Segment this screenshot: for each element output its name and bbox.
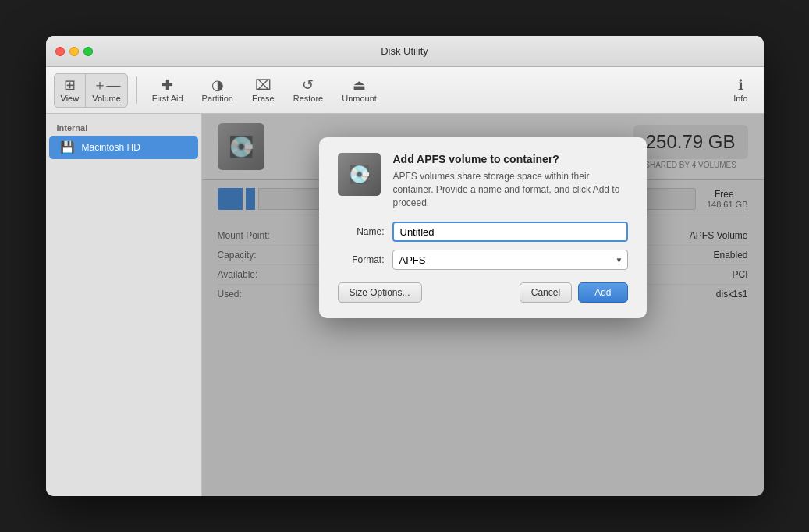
- restore-button[interactable]: ↺ Restore: [286, 74, 332, 107]
- minimize-button[interactable]: [69, 47, 79, 56]
- add-button[interactable]: Add: [578, 282, 627, 303]
- view-label: View: [61, 94, 80, 103]
- dialog-buttons: Size Options... Cancel Add: [338, 282, 628, 303]
- unmount-icon: ⏏: [353, 78, 366, 92]
- hard-drive-icon: 💾: [60, 140, 76, 155]
- titlebar: Disk Utility: [46, 36, 764, 67]
- info-icon: ℹ: [738, 78, 743, 92]
- name-input[interactable]: [392, 222, 628, 242]
- add-apfs-dialog: 💽 Add APFS volume to container? APFS vol…: [319, 137, 647, 318]
- body: Internal 💾 Macintosh HD 💽 250.79 GB SHAR…: [46, 114, 764, 496]
- dialog-header: 💽 Add APFS volume to container? APFS vol…: [338, 153, 628, 209]
- volume-label: Volume: [92, 94, 121, 103]
- view-volume-group: ⊞ View ＋— Volume: [54, 73, 128, 108]
- restore-icon: ↺: [302, 78, 314, 92]
- info-label: Info: [733, 94, 747, 103]
- partition-button[interactable]: ◑ Partition: [194, 74, 241, 107]
- main-content: 💽 250.79 GB SHARED BY 4 VOLUMES Free 148…: [202, 114, 764, 496]
- erase-label: Erase: [252, 94, 275, 103]
- dialog-form: Name: Format: APFS APFS (Encrypted) APFS…: [338, 222, 628, 270]
- unmount-label: Unmount: [342, 94, 377, 103]
- dialog-disk-icon: 💽: [338, 153, 381, 196]
- sidebar: Internal 💾 Macintosh HD: [46, 114, 202, 496]
- dialog-title: Add APFS volume to container?: [393, 153, 628, 165]
- sidebar-section-internal: Internal: [46, 120, 201, 136]
- format-select[interactable]: APFS APFS (Encrypted) APFS (Case-sensiti…: [392, 250, 628, 270]
- view-button[interactable]: ⊞ View: [55, 74, 87, 107]
- erase-button[interactable]: ⌧ Erase: [244, 74, 282, 107]
- traffic-lights: [55, 47, 93, 56]
- partition-icon: ◑: [211, 78, 224, 92]
- erase-icon: ⌧: [255, 78, 271, 92]
- unmount-button[interactable]: ⏏ Unmount: [334, 74, 385, 107]
- disk-utility-window: Disk Utility ⊞ View ＋— Volume ✚ First Ai…: [46, 36, 764, 496]
- partition-label: Partition: [202, 94, 233, 103]
- volume-icon: ＋—: [93, 78, 121, 92]
- toolbar: ⊞ View ＋— Volume ✚ First Aid ◑ Partition…: [46, 67, 764, 114]
- volume-button[interactable]: ＋— Volume: [86, 74, 127, 107]
- dialog-description: APFS volumes share storage space within …: [393, 170, 628, 209]
- close-button[interactable]: [55, 47, 65, 56]
- name-label: Name:: [338, 226, 385, 237]
- window-title: Disk Utility: [381, 45, 428, 57]
- first-aid-label: First Aid: [152, 94, 183, 103]
- view-icon: ⊞: [64, 78, 76, 92]
- cancel-button[interactable]: Cancel: [520, 282, 572, 303]
- sidebar-item-macintosh-hd[interactable]: 💾 Macintosh HD: [49, 136, 198, 159]
- format-select-wrapper: APFS APFS (Encrypted) APFS (Case-sensiti…: [392, 250, 628, 270]
- dialog-overlay: 💽 Add APFS volume to container? APFS vol…: [202, 114, 764, 496]
- info-button[interactable]: ℹ Info: [726, 74, 755, 107]
- sidebar-item-label: Macintosh HD: [82, 142, 140, 153]
- restore-label: Restore: [293, 94, 324, 103]
- format-row: Format: APFS APFS (Encrypted) APFS (Case…: [338, 250, 628, 270]
- dialog-text-area: Add APFS volume to container? APFS volum…: [393, 153, 628, 209]
- size-options-button[interactable]: Size Options...: [338, 282, 422, 303]
- toolbar-separator-1: [136, 76, 137, 104]
- name-row: Name:: [338, 222, 628, 242]
- maximize-button[interactable]: [83, 47, 93, 56]
- first-aid-button[interactable]: ✚ First Aid: [144, 74, 191, 107]
- first-aid-icon: ✚: [161, 78, 173, 92]
- format-label: Format:: [338, 254, 385, 265]
